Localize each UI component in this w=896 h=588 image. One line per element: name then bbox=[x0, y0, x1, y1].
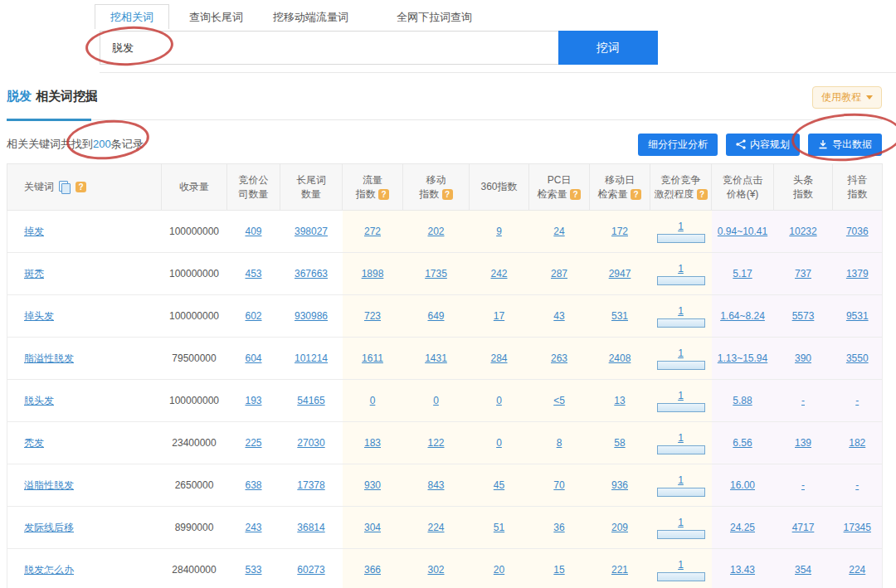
metric-link[interactable]: 602 bbox=[245, 310, 261, 322]
metric-link[interactable]: - bbox=[801, 479, 805, 491]
metric-link[interactable]: 398027 bbox=[295, 226, 328, 237]
metric-link[interactable]: <5 bbox=[553, 395, 565, 406]
metric-link[interactable]: 0.94~10.41 bbox=[718, 226, 767, 237]
metric-link[interactable]: 0 bbox=[496, 395, 502, 406]
help-icon[interactable]: ? bbox=[631, 189, 641, 200]
competition-value-link[interactable]: 1 bbox=[657, 474, 705, 486]
help-icon[interactable]: ? bbox=[442, 189, 453, 200]
metric-link[interactable]: 60273 bbox=[297, 564, 324, 576]
metric-link[interactable]: 209 bbox=[611, 522, 628, 533]
metric-link[interactable]: 17 bbox=[494, 310, 504, 322]
metric-link[interactable]: 390 bbox=[795, 352, 811, 364]
metric-link[interactable]: 1379 bbox=[846, 268, 869, 279]
competition-value-link[interactable]: 1 bbox=[657, 347, 705, 359]
metric-link[interactable]: 737 bbox=[795, 268, 811, 279]
metric-link[interactable]: 70 bbox=[553, 479, 564, 491]
metric-link[interactable]: 13.43 bbox=[730, 564, 755, 576]
metric-link[interactable]: 193 bbox=[245, 395, 261, 406]
keyword-search-input[interactable] bbox=[100, 31, 558, 65]
metric-link[interactable]: 284 bbox=[490, 352, 507, 364]
tab-query-longtail-words[interactable]: 查询长尾词 bbox=[186, 6, 246, 29]
metric-link[interactable]: 0 bbox=[433, 395, 439, 406]
metric-link[interactable]: 36 bbox=[553, 522, 564, 533]
keyword-link[interactable]: 发际线后移 bbox=[24, 522, 74, 533]
tab-dropdown-words-query[interactable]: 全网下拉词查询 bbox=[393, 6, 475, 29]
keyword-link[interactable]: 掉发 bbox=[24, 226, 44, 237]
metric-link[interactable]: 17345 bbox=[844, 522, 871, 533]
metric-link[interactable]: 638 bbox=[245, 479, 261, 491]
help-icon[interactable]: ? bbox=[697, 189, 708, 200]
metric-link[interactable]: 366 bbox=[364, 564, 381, 576]
competition-value-link[interactable]: 1 bbox=[657, 221, 705, 232]
competition-value-link[interactable]: 1 bbox=[657, 432, 705, 444]
metric-link[interactable]: 1898 bbox=[362, 268, 384, 279]
metric-link[interactable]: 15 bbox=[553, 564, 564, 576]
metric-link[interactable]: 2408 bbox=[609, 352, 631, 364]
keyword-link[interactable]: 斑秃 bbox=[24, 268, 44, 279]
keyword-link[interactable]: 脂溢性脱发 bbox=[24, 352, 74, 364]
metric-link[interactable]: 263 bbox=[551, 352, 567, 364]
metric-link[interactable]: 10232 bbox=[789, 226, 816, 237]
metric-link[interactable]: 1735 bbox=[425, 268, 447, 279]
content-planning-button[interactable]: 内容规划 bbox=[726, 134, 800, 156]
metric-link[interactable]: 24 bbox=[553, 226, 564, 237]
copy-icon[interactable] bbox=[59, 181, 71, 193]
metric-link[interactable]: 272 bbox=[364, 226, 381, 237]
metric-link[interactable]: 936 bbox=[611, 479, 628, 491]
competition-value-link[interactable]: 1 bbox=[657, 390, 705, 401]
metric-link[interactable]: 16.00 bbox=[730, 479, 755, 491]
keyword-link[interactable]: 脱发怎么办 bbox=[24, 564, 74, 576]
metric-link[interactable]: 304 bbox=[364, 522, 381, 533]
metric-link[interactable]: 0 bbox=[496, 437, 502, 449]
metric-link[interactable]: 723 bbox=[364, 310, 381, 322]
metric-link[interactable]: 287 bbox=[551, 268, 567, 279]
metric-link[interactable]: 13 bbox=[614, 395, 625, 406]
metric-link[interactable]: 533 bbox=[245, 564, 261, 576]
metric-link[interactable]: 2947 bbox=[609, 268, 631, 279]
metric-link[interactable]: 17378 bbox=[297, 479, 324, 491]
competition-value-link[interactable]: 1 bbox=[657, 517, 705, 528]
metric-link[interactable]: 9531 bbox=[846, 310, 869, 322]
metric-link[interactable]: 45 bbox=[494, 479, 504, 491]
metric-link[interactable]: 5.88 bbox=[733, 395, 752, 406]
metric-link[interactable]: 27030 bbox=[297, 437, 324, 449]
metric-link[interactable]: 122 bbox=[427, 437, 444, 449]
metric-link[interactable]: 930986 bbox=[295, 310, 328, 322]
tutorial-button[interactable]: 使用教程 bbox=[812, 86, 882, 109]
metric-link[interactable]: 51 bbox=[494, 522, 504, 533]
keyword-link[interactable]: 溢脂性脱发 bbox=[24, 479, 74, 491]
dig-words-button[interactable]: 挖词 bbox=[558, 31, 658, 65]
competition-value-link[interactable]: 1 bbox=[657, 559, 705, 571]
keyword-link[interactable]: 秃发 bbox=[24, 437, 44, 449]
metric-link[interactable]: 183 bbox=[364, 437, 381, 449]
metric-link[interactable]: 5573 bbox=[792, 310, 815, 322]
tab-dig-mobile-traffic-words[interactable]: 挖移动端流量词 bbox=[270, 6, 352, 29]
metric-link[interactable]: 409 bbox=[245, 226, 261, 237]
metric-link[interactable]: 24.25 bbox=[730, 522, 755, 533]
metric-link[interactable]: 20 bbox=[494, 564, 504, 576]
metric-link[interactable]: 1431 bbox=[425, 352, 447, 364]
metric-link[interactable]: 9 bbox=[496, 226, 502, 237]
metric-link[interactable]: 843 bbox=[427, 479, 444, 491]
metric-link[interactable]: 0 bbox=[370, 395, 376, 406]
metric-link[interactable]: 242 bbox=[490, 268, 507, 279]
metric-link[interactable]: 453 bbox=[245, 268, 261, 279]
metric-link[interactable]: - bbox=[801, 395, 805, 406]
metric-link[interactable]: 221 bbox=[611, 564, 628, 576]
export-data-button[interactable]: 导出数据 bbox=[808, 134, 882, 156]
metric-link[interactable]: 101214 bbox=[295, 352, 328, 364]
metric-link[interactable]: 354 bbox=[795, 564, 811, 576]
keyword-link[interactable]: 脱头发 bbox=[24, 395, 54, 406]
help-icon[interactable]: ? bbox=[378, 189, 389, 200]
metric-link[interactable]: 3550 bbox=[846, 352, 869, 364]
metric-link[interactable]: 531 bbox=[611, 310, 628, 322]
metric-link[interactable]: 43 bbox=[553, 310, 564, 322]
metric-link[interactable]: 8 bbox=[557, 437, 562, 449]
metric-link[interactable]: 4717 bbox=[792, 522, 815, 533]
metric-link[interactable]: 54165 bbox=[297, 395, 324, 406]
metric-link[interactable]: 139 bbox=[795, 437, 811, 449]
metric-link[interactable]: 182 bbox=[849, 437, 865, 449]
metric-link[interactable]: 604 bbox=[245, 352, 261, 364]
metric-link[interactable]: 172 bbox=[611, 226, 628, 237]
metric-link[interactable]: 243 bbox=[245, 522, 261, 533]
